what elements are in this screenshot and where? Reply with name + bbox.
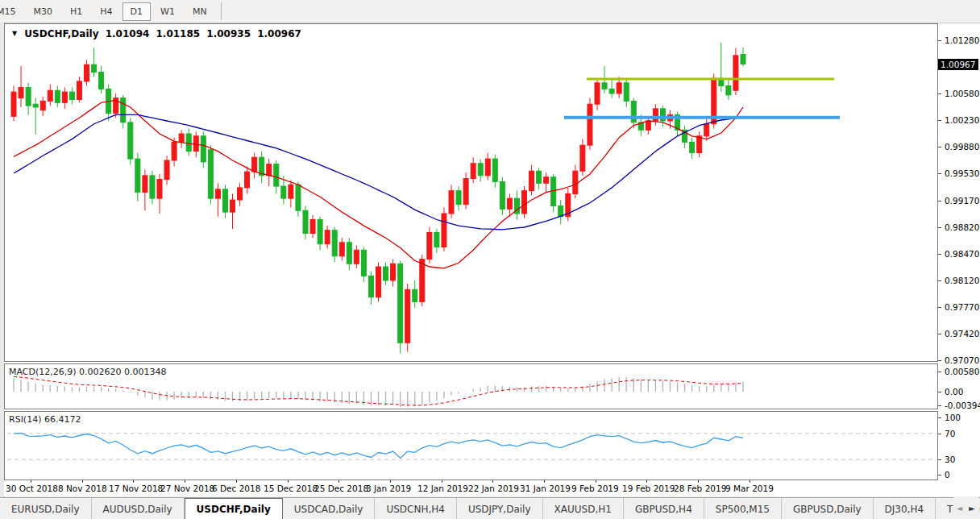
- macd-panel[interactable]: MACD(12,26,9) 0.002620 0.001348: [4, 363, 938, 409]
- date-axis-label: 22 Jan 2019: [468, 484, 519, 493]
- macd-axis-label: 0.00: [945, 387, 963, 397]
- date-axis-label: 9 Feb 2019: [571, 484, 619, 493]
- mt4-window: M15M30H1H4D1W1MN ▼ USDCHF,Daily 1.01094 …: [0, 0, 980, 519]
- timeframe-button-h4[interactable]: H4: [92, 2, 120, 21]
- chart-title: ▼ USDCHF,Daily 1.01094 1.01185 1.00935 1…: [12, 28, 305, 39]
- axis-tick: [938, 307, 941, 308]
- current-price-tag: 1.00967: [938, 59, 978, 70]
- axis-tick: [938, 360, 941, 361]
- macd-axis-label: 0.005802: [945, 367, 980, 376]
- timeframe-button-h1[interactable]: H1: [62, 2, 90, 21]
- axis-tick: [938, 405, 941, 406]
- date-axis-label: 19 Feb 2019: [622, 484, 675, 493]
- date-axis-tick: [288, 480, 289, 483]
- timeframe-button-mn[interactable]: MN: [185, 2, 215, 21]
- axis-tick: [938, 254, 941, 255]
- chart-tab-dj30[interactable]: DJ30,H4: [874, 498, 936, 519]
- rsi-axis-label: 100: [945, 413, 961, 422]
- axis-tick: [938, 280, 941, 281]
- rsi-axis-label: 30: [945, 455, 955, 464]
- chart-tab-usdcad[interactable]: USDCAD,Daily: [283, 498, 376, 519]
- macd-axis-label: -0.003945: [945, 401, 980, 410]
- date-axis-tick: [31, 480, 31, 483]
- date-axis-tick: [185, 480, 185, 483]
- axis-tick: [938, 434, 941, 434]
- date-axis-tick: [338, 480, 339, 483]
- axis-tick: [938, 120, 941, 121]
- price-chart-panel[interactable]: ▼ USDCHF,Daily 1.01094 1.01185 1.00935 1…: [4, 23, 938, 362]
- date-axis-label: 30 Oct 2018: [6, 484, 58, 493]
- timeframe-button-m15[interactable]: M15: [0, 2, 24, 21]
- price-axis-label: 1.00580: [945, 89, 979, 98]
- price-axis-label: 0.98820: [945, 222, 979, 232]
- axis-tick: [938, 40, 941, 41]
- rsi-label: RSI(14) 66.4172: [9, 414, 81, 425]
- axis-tick: [938, 475, 941, 475]
- chart-tab-usdjpy[interactable]: USDJPY,Daily: [457, 498, 543, 519]
- rsi-panel[interactable]: RSI(14) 66.4172: [4, 411, 938, 480]
- price-axis-label: 0.97070: [945, 355, 979, 365]
- ohlc-open: 1.01094: [106, 28, 150, 39]
- tab-scroll-arrows: ◄ ►: [953, 497, 978, 519]
- date-axis-tick: [492, 480, 493, 483]
- date-axis[interactable]: 30 Oct 20188 Nov 201817 Nov 201827 Nov 2…: [4, 480, 938, 496]
- axis-tick: [938, 372, 941, 372]
- tab-scroll-right-icon[interactable]: ►: [969, 504, 975, 513]
- date-axis-tick: [646, 480, 647, 483]
- date-axis-label: 8 Nov 2018: [58, 484, 107, 493]
- chart-tab-eurusd[interactable]: EURUSD,Daily: [0, 498, 92, 519]
- axis-tick: [938, 334, 941, 334]
- date-axis-tick: [596, 480, 596, 483]
- timeframe-button-m30[interactable]: M30: [26, 2, 61, 21]
- date-axis-tick: [442, 480, 442, 483]
- ohlc-low: 1.00935: [206, 28, 251, 39]
- timeframe-toolbar: M15M30H1H4D1W1MN: [0, 0, 980, 23]
- date-axis-label: 31 Jan 2019: [520, 484, 571, 493]
- date-axis-tick: [82, 480, 83, 483]
- date-axis-label: 17 Nov 2018: [109, 484, 163, 493]
- date-axis-label: 12 Jan 2019: [417, 484, 468, 493]
- chart-tab-audusd[interactable]: AUDUSD,Daily: [92, 498, 185, 519]
- date-axis-label: 9 Mar 2019: [725, 484, 774, 493]
- chart-tab-usdchf[interactable]: USDCHF,Daily: [185, 498, 283, 519]
- date-axis-label: 28 Feb 2019: [674, 484, 726, 493]
- chart-tab-gbpusd[interactable]: GBPUSD,Daily: [782, 498, 874, 519]
- price-axis-label: 0.99530: [945, 168, 979, 178]
- chart-tab-bar: EURUSD,DailyAUDUSD,DailyUSDCHF,DailyUSDC…: [0, 497, 980, 519]
- timeframe-button-d1[interactable]: D1: [122, 2, 151, 21]
- axis-tick: [938, 459, 941, 460]
- chart-symbol-label: USDCHF,Daily: [24, 28, 98, 39]
- ohlc-high: 1.01185: [156, 28, 201, 39]
- chart-tab-gbpusd[interactable]: GBPUSD,H4: [624, 498, 704, 519]
- rsi-axis-label: 0: [945, 470, 950, 480]
- symbol-dropdown-icon[interactable]: ▼: [12, 30, 17, 37]
- date-axis-tick: [544, 480, 545, 483]
- price-axis-label: 0.99170: [945, 196, 979, 206]
- date-axis-tick: [698, 480, 699, 483]
- date-axis-tick: [750, 480, 750, 483]
- date-axis-label: 15 Dec 2018: [264, 484, 318, 493]
- price-axis-label: 1.00230: [945, 115, 979, 125]
- date-axis-tick: [133, 480, 134, 483]
- date-axis-label: 3 Jan 2019: [366, 484, 411, 493]
- axis-tick: [938, 173, 941, 174]
- price-axis-label: 0.98470: [945, 249, 979, 259]
- axis-tick: [938, 201, 941, 201]
- timeframe-button-w1[interactable]: W1: [152, 2, 183, 21]
- price-axis[interactable]: 1.00967 1.012801.005801.002300.998800.99…: [938, 23, 980, 496]
- price-axis-label: 0.97420: [945, 329, 979, 338]
- price-axis-label: 1.01280: [945, 35, 979, 45]
- ohlc-close: 1.00967: [257, 28, 301, 39]
- date-axis-label: 27 Nov 2018: [160, 484, 214, 493]
- chart-workspace: ▼ USDCHF,Daily 1.01094 1.01185 1.00935 1…: [4, 23, 980, 496]
- toolbar-separator: [221, 2, 222, 20]
- date-axis-tick: [390, 480, 391, 483]
- tab-scroll-left-icon[interactable]: ◄: [957, 504, 963, 513]
- chart-tab-usdcnh[interactable]: USDCNH,H4: [375, 498, 457, 519]
- axis-tick: [938, 147, 941, 147]
- price-axis-label: 0.97770: [945, 302, 979, 312]
- macd-label: MACD(12,26,9) 0.002620 0.001348: [9, 367, 167, 377]
- chart-tab-xauusd[interactable]: XAUUSD,H1: [543, 498, 624, 519]
- date-axis-label: 25 Dec 2018: [314, 484, 368, 493]
- chart-tab-sp500[interactable]: SP500,M15: [704, 498, 782, 519]
